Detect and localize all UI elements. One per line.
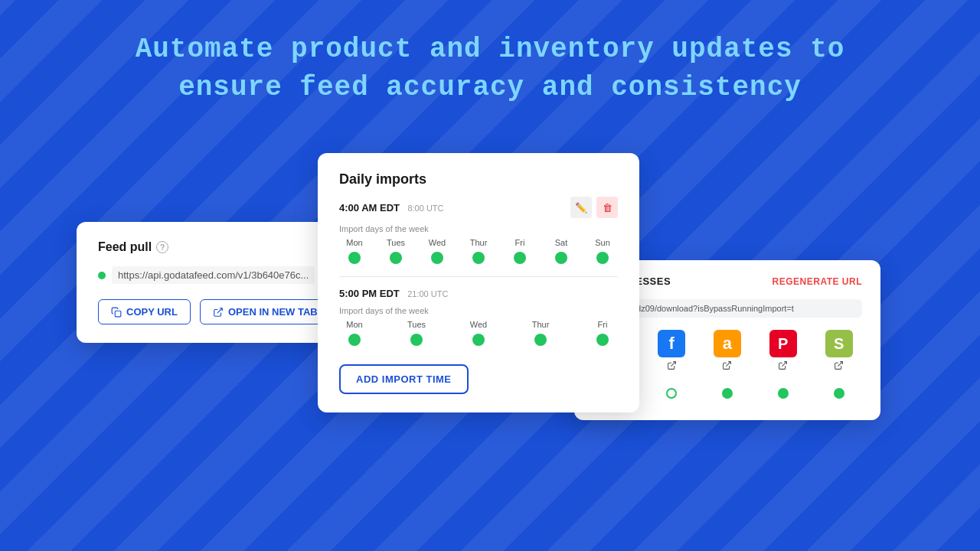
shopify-status-dot	[834, 388, 844, 399]
schedule1-days-label: Import days of the week	[339, 224, 618, 233]
facebook-status-dot-item	[648, 382, 695, 405]
schedule2-dot-thur[interactable]	[534, 334, 547, 346]
facebook-logo: f	[658, 330, 685, 357]
schedule1-actions: ✏️ 🗑	[570, 197, 618, 218]
daily-imports-card: Daily imports 4:00 AM EDT 8:00 UTC ✏️ 🗑 …	[318, 153, 639, 412]
platform-facebook: f	[648, 330, 695, 373]
help-icon[interactable]: ?	[156, 241, 168, 253]
svg-line-1	[217, 308, 222, 312]
svg-rect-0	[115, 311, 121, 317]
delete-schedule1-button[interactable]: 🗑	[596, 197, 618, 218]
s2-day-fri: Fri	[587, 320, 618, 329]
facebook-status-dot	[666, 388, 677, 399]
schedule2-time-row: 5:00 PM EDT 21:00 UTC	[339, 286, 618, 300]
pinterest-status-dot-item	[760, 382, 806, 405]
s2-day-wed: Wed	[463, 320, 494, 329]
external-link-icon	[213, 307, 224, 318]
svg-line-7	[671, 362, 675, 367]
schedule1-dot-fri[interactable]	[514, 252, 526, 264]
shopify-link-icon[interactable]	[834, 360, 844, 373]
svg-line-8	[727, 362, 731, 367]
daily-imports-title: Daily imports	[339, 171, 618, 187]
schedule1-day-names: Mon Tues Wed Thur Fri Sat Sun	[339, 238, 618, 247]
schedule1-dot-sun[interactable]	[596, 252, 609, 264]
hero-section: Automate product and inventory updates t…	[0, 0, 980, 131]
pinterest-status-dot	[778, 388, 789, 399]
day-mon: Mon	[339, 238, 370, 247]
schedule1-time-row: 4:00 AM EDT 8:00 UTC ✏️ 🗑	[339, 197, 618, 218]
day-sun: Sun	[587, 238, 618, 247]
schedule1-dot-sat[interactable]	[555, 252, 567, 264]
schedule2-days-label: Import days of the week	[339, 306, 618, 315]
platform-amazon: a	[704, 330, 751, 373]
url-status-dot	[98, 272, 106, 279]
open-new-tab-button[interactable]: OPEN IN NEW TAB	[200, 299, 331, 324]
hero-line2: ensure feed accuracy and consistency	[46, 69, 934, 107]
pinterest-logo: P	[769, 330, 797, 357]
shopify-logo: S	[825, 330, 853, 357]
platform-shopify: S	[815, 330, 862, 373]
amazon-logo: a	[714, 330, 741, 357]
schedule2-dot-mon[interactable]	[348, 334, 361, 346]
s2-day-mon: Mon	[339, 320, 370, 329]
pinterest-link-icon[interactable]	[778, 360, 788, 373]
schedule1-day-dots	[339, 252, 618, 264]
day-fri: Fri	[505, 238, 535, 247]
day-thur: Thur	[463, 238, 494, 247]
edit-schedule1-button[interactable]: ✏️	[570, 197, 592, 218]
s2-day-tues: Tues	[401, 320, 432, 329]
hero-line1: Automate product and inventory updates t…	[46, 31, 934, 69]
svg-line-9	[782, 362, 787, 367]
feed-url: https://api.godatafeed.com/v1/3b640e76c.…	[112, 266, 315, 284]
shopify-status-dot-item	[815, 382, 862, 405]
amazon-link-icon[interactable]	[722, 360, 732, 373]
day-tues: Tues	[381, 238, 411, 247]
amazon-status-dot	[722, 388, 733, 399]
regenerate-url-button[interactable]: REGENERATE URL	[773, 276, 862, 287]
schedule2-day-dots	[339, 334, 618, 346]
copy-url-button[interactable]: COPY URL	[98, 299, 191, 324]
schedule1-time: 4:00 AM EDT 8:00 UTC	[339, 201, 444, 214]
s2-day-thur: Thur	[525, 320, 556, 329]
add-import-time-button[interactable]: ADD IMPORT TIME	[339, 364, 469, 394]
platform-pinterest: P	[760, 330, 806, 373]
divider	[339, 276, 618, 277]
facebook-link-icon[interactable]	[667, 360, 677, 373]
schedule1-dot-wed[interactable]	[431, 252, 443, 264]
schedule2-dot-wed[interactable]	[472, 334, 485, 346]
copy-icon	[111, 307, 122, 318]
amazon-status-dot-item	[704, 382, 751, 405]
day-sat: Sat	[546, 238, 577, 247]
schedule2-dot-tues[interactable]	[410, 334, 423, 346]
schedule1-dot-thur[interactable]	[472, 252, 485, 264]
schedule2-dot-fri[interactable]	[596, 334, 609, 346]
schedule1-dot-mon[interactable]	[348, 252, 361, 264]
schedule1-dot-tues[interactable]	[390, 252, 402, 264]
schedule2-day-names: Mon Tues Wed Thur Fri	[339, 320, 618, 329]
day-wed: Wed	[422, 238, 452, 247]
schedule2-time: 5:00 PM EDT 21:00 UTC	[339, 286, 448, 300]
svg-line-10	[838, 362, 842, 367]
